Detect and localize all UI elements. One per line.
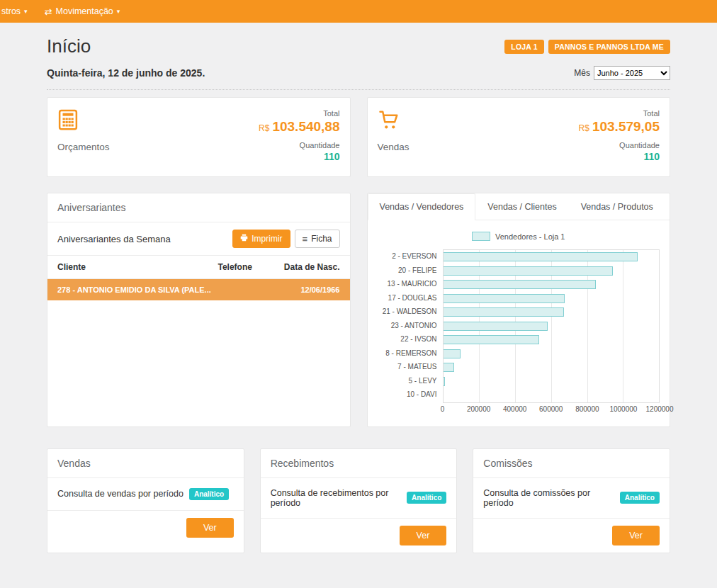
month-label: Mês [574, 68, 590, 78]
tab-vendas-vendedores[interactable]: Vendas / Vendedores [368, 193, 476, 220]
report-description: Consulta de comissões por período [483, 488, 614, 508]
chart-xaxis: 020000040000060000080000010000001200000 [443, 405, 660, 417]
total-label: Total [323, 109, 339, 118]
top-navbar: stros ▾ ⇄ Movimentação ▾ [0, 0, 717, 23]
chart-legend: Vendedores - Loja 1 [378, 232, 660, 241]
chart-category-label: 2 - EVERSON [378, 249, 443, 264]
card-orcamentos: Orçamentos Total R$ 103.540,88 Quantidad… [47, 97, 351, 177]
chart-bar-row [444, 305, 660, 320]
chart-xtick-label: 1000000 [609, 405, 637, 413]
birthday-table-header: Cliente Telefone Data de Nasc. [47, 256, 350, 279]
quantity-label: Quantidade [300, 141, 340, 149]
total-label: Total [643, 109, 660, 118]
list-icon: ≡ [303, 234, 308, 244]
chart-plot [443, 249, 660, 403]
chart-xtick-label: 400000 [503, 405, 526, 413]
chart-labels: 2 - EVERSON20 - FELIPE13 - MAURICIO17 - … [378, 249, 443, 417]
vendas-label: Vendas [378, 142, 410, 152]
analitico-badge: Analítico [620, 492, 660, 504]
chart-xtick-label: 600000 [539, 405, 563, 413]
report-title: Comissões [473, 449, 670, 478]
column-cliente: Cliente [57, 262, 218, 272]
report-description: Consulta de vendas por período [57, 489, 184, 499]
aniversariantes-toolbar: Aniversariantes da Semana Imprimir ≡ Fic… [47, 222, 350, 256]
ficha-button[interactable]: ≡ Ficha [295, 230, 340, 248]
chart-bar [444, 307, 564, 317]
chart-bar-row [444, 250, 660, 264]
chart-bar-row [444, 292, 660, 306]
quantity-value: 110 [324, 151, 340, 162]
chart-category-label: 21 - WALDESON [378, 305, 443, 319]
company-badge: PANNOS E PANNOS LTDA ME [548, 40, 670, 54]
shopping-cart-icon [378, 109, 410, 132]
chart-category-label: 8 - REMERSON [378, 346, 443, 361]
card-report-vendas: Vendas Consulta de vendas por período An… [47, 448, 244, 553]
ver-button[interactable]: Ver [400, 526, 447, 545]
tab-vendas-produtos[interactable]: Vendas / Produtos [569, 193, 665, 220]
chart-bar-row [444, 361, 660, 375]
chart-category-label: 22 - IVSON [378, 332, 443, 346]
chart-bar [444, 335, 540, 344]
aniversariantes-title: Aniversariantes [47, 193, 350, 222]
report-title: Vendas [47, 449, 244, 478]
chart-xtick-label: 800000 [575, 405, 599, 413]
chart-category-label: 17 - DOUGLAS [378, 291, 443, 305]
reports-row: Vendas Consulta de vendas por período An… [47, 448, 670, 553]
column-telefone: Telefone [218, 262, 275, 272]
ficha-label: Ficha [311, 234, 332, 244]
chart-bar [444, 280, 597, 289]
chart-body: Vendedores - Loja 1 2 - EVERSON20 - FELI… [368, 220, 670, 426]
card-report-comissoes: Comissões Consulta de comissões por perí… [473, 448, 670, 553]
page-header: Início LOJA 1 PANNOS E PANNOS LTDA ME [47, 35, 670, 57]
swap-arrows-icon: ⇄ [45, 6, 52, 17]
chart-bar-row [444, 278, 660, 292]
chart-xtick-label: 200000 [467, 405, 490, 413]
legend-label: Vendedores - Loja 1 [495, 232, 565, 241]
date-row: Quinta-feira, 12 de junho de 2025. Mês J… [47, 66, 670, 90]
chart-bar [444, 322, 548, 331]
chart-bar-row [444, 333, 660, 347]
card-vendas: Vendas Total R$ 103.579,05 Quantidade 11… [367, 97, 671, 177]
chart-category-label: 10 - DAVI [378, 388, 443, 402]
card-sales-chart: Vendas / Vendedores Vendas / Clientes Ve… [367, 193, 671, 427]
chart-bar [444, 363, 454, 372]
page-title: Início [47, 35, 91, 57]
chart-category-label: 20 - FELIPE [378, 264, 443, 278]
report-title: Recebimentos [261, 449, 457, 478]
chart-bar [444, 377, 445, 386]
currency-symbol: R$ [579, 123, 589, 133]
chart-bar [444, 349, 461, 358]
chevron-down-icon: ▾ [117, 9, 120, 15]
cell-cliente: 278 - ANTONIO EMIDIO DA SILVA (PALE... [57, 285, 218, 294]
summary-row: Orçamentos Total R$ 103.540,88 Quantidad… [47, 97, 670, 177]
birthday-row[interactable]: 278 - ANTONIO EMIDIO DA SILVA (PALE... 1… [47, 279, 350, 300]
imprimir-button[interactable]: Imprimir [232, 230, 290, 248]
store-badge: LOJA 1 [504, 40, 544, 54]
nav-item-label: Movimentação [56, 6, 113, 16]
month-select[interactable]: Junho - 2025 [594, 66, 670, 80]
legend-swatch [472, 232, 490, 241]
ver-button[interactable]: Ver [186, 518, 234, 538]
tab-vendas-clientes[interactable]: Vendas / Clientes [475, 193, 568, 220]
quantity-label: Quantidade [619, 141, 660, 149]
currency-symbol: R$ [259, 123, 269, 133]
column-nascimento: Data de Nasc. [275, 262, 340, 272]
nav-item-movimentacao[interactable]: ⇄ Movimentação ▾ [36, 0, 129, 23]
quantity-value: 110 [643, 151, 660, 162]
total-value: 103.579,05 [592, 119, 660, 135]
chart-bar-row [444, 347, 660, 361]
chart-category-label: 13 - MAURICIO [378, 277, 443, 291]
chart-bar [444, 294, 565, 303]
chart-tabs: Vendas / Vendedores Vendas / Clientes Ve… [368, 193, 670, 220]
aniversariantes-subtitle: Aniversariantes da Semana [57, 234, 171, 244]
nav-item-cadastros[interactable]: stros ▾ [0, 0, 36, 23]
chart-xtick-label: 0 [441, 405, 445, 413]
card-aniversariantes: Aniversariantes Aniversariantes da Seman… [47, 193, 351, 427]
store-badges: LOJA 1 PANNOS E PANNOS LTDA ME [504, 40, 670, 54]
ver-button[interactable]: Ver [612, 526, 660, 545]
chart-bar-row [444, 388, 660, 402]
chart-category-label: 7 - MATEUS [378, 360, 443, 374]
analitico-badge: Analítico [189, 488, 229, 500]
orcamentos-label: Orçamentos [57, 142, 110, 152]
month-filter: Mês Junho - 2025 [574, 66, 670, 80]
